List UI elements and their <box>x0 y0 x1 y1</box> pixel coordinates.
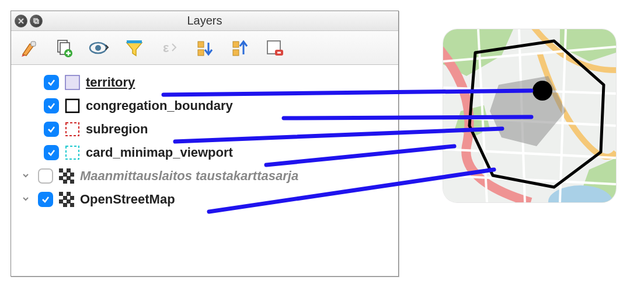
filter-legend-button[interactable] <box>122 36 147 60</box>
layer-row-card-minimap-viewport[interactable]: card_minimap_viewport <box>18 141 391 164</box>
svg-rect-23 <box>67 168 71 173</box>
layer-checkbox[interactable] <box>44 145 59 160</box>
chevron-down-icon[interactable] <box>22 171 32 181</box>
svg-rect-0 <box>34 19 37 22</box>
expression-filter-button[interactable]: ε <box>157 36 182 60</box>
layer-row-subregion[interactable]: subregion <box>18 118 391 141</box>
layer-row-congregation-boundary[interactable]: congregation_boundary <box>18 94 391 118</box>
chevron-down-icon[interactable] <box>22 195 32 205</box>
layer-name-label: Maanmittauslaitos taustakarttasarja <box>80 168 298 184</box>
svg-rect-13 <box>233 50 239 56</box>
svg-rect-12 <box>233 42 239 47</box>
layer-row-osm[interactable]: OpenStreetMap <box>18 188 391 211</box>
layer-name-label: card_minimap_viewport <box>86 145 233 160</box>
style-brush-button[interactable] <box>17 36 41 60</box>
svg-rect-31 <box>59 192 63 196</box>
svg-point-41 <box>532 81 552 101</box>
svg-rect-36 <box>67 199 71 204</box>
layer-swatch-fill-icon <box>65 75 80 90</box>
layer-checkbox[interactable] <box>38 192 53 207</box>
map-preview <box>443 29 616 202</box>
remove-layer-button[interactable] <box>262 36 287 60</box>
panel-titlebar: Layers <box>11 11 398 31</box>
layer-swatch-raster-icon <box>59 168 74 184</box>
svg-text:ε: ε <box>163 40 169 55</box>
layer-swatch-raster-icon <box>59 192 74 207</box>
layers-panel: Layers <box>11 11 399 277</box>
svg-rect-35 <box>59 199 63 204</box>
layer-checkbox[interactable] <box>44 75 59 90</box>
svg-rect-2 <box>31 42 36 46</box>
svg-rect-38 <box>70 203 74 207</box>
svg-rect-24 <box>63 173 67 177</box>
svg-rect-16 <box>277 51 281 53</box>
svg-rect-26 <box>59 176 63 180</box>
layers-toolbar: ε <box>11 31 398 65</box>
svg-rect-28 <box>63 180 67 184</box>
layer-checkbox[interactable] <box>38 168 53 184</box>
svg-rect-27 <box>67 176 71 180</box>
layer-swatch-dashed-icon <box>65 122 80 137</box>
close-window-icon[interactable] <box>15 15 27 27</box>
layers-list: territory congregation_boundary subregio… <box>11 65 398 217</box>
layer-checkbox[interactable] <box>44 122 59 137</box>
svg-rect-17 <box>65 75 79 89</box>
layer-swatch-dashed-icon <box>65 145 80 160</box>
svg-rect-37 <box>63 203 67 207</box>
svg-rect-33 <box>63 196 67 200</box>
detach-window-icon[interactable] <box>30 15 43 27</box>
svg-rect-29 <box>70 180 74 184</box>
layer-checkbox[interactable] <box>44 98 59 113</box>
layer-name-label: OpenStreetMap <box>80 192 175 207</box>
svg-rect-20 <box>66 146 79 159</box>
layer-row-territory[interactable]: territory <box>18 71 391 94</box>
svg-rect-25 <box>70 173 74 177</box>
svg-point-7 <box>95 45 101 51</box>
svg-rect-8 <box>127 40 142 43</box>
svg-rect-19 <box>66 123 79 136</box>
layer-name-label: subregion <box>86 122 148 137</box>
svg-rect-22 <box>59 168 63 173</box>
layer-name-label: congregation_boundary <box>86 98 233 113</box>
layer-name-label: territory <box>86 75 135 90</box>
svg-rect-10 <box>198 42 204 47</box>
svg-rect-18 <box>66 99 79 112</box>
svg-rect-1 <box>35 20 39 23</box>
expand-all-button[interactable] <box>227 36 252 60</box>
add-group-button[interactable] <box>52 36 76 60</box>
manage-visibility-button[interactable] <box>87 36 112 60</box>
svg-rect-32 <box>67 192 71 196</box>
svg-rect-34 <box>70 196 74 200</box>
panel-title: Layers <box>11 14 398 27</box>
svg-rect-11 <box>198 50 204 56</box>
layer-row-mml[interactable]: Maanmittauslaitos taustakarttasarja <box>18 164 391 188</box>
collapse-all-button[interactable] <box>192 36 217 60</box>
layer-swatch-outline-icon <box>65 98 80 113</box>
